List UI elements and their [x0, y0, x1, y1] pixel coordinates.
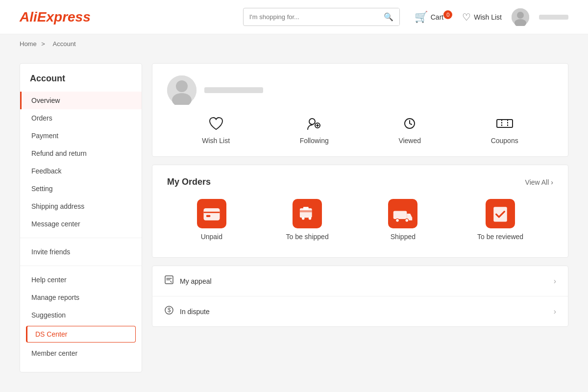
svg-rect-16: [303, 207, 309, 210]
profile-name: [204, 87, 263, 93]
to-be-reviewed-label: To be reviewed: [477, 233, 523, 241]
header-actions: 🛒 Cart 0 ♡ Wish List: [415, 8, 568, 26]
header: AliExpress 🔍 🛒 Cart 0 ♡ Wish List: [0, 0, 588, 34]
svg-rect-19: [393, 211, 407, 220]
stat-coupons[interactable]: Coupons: [491, 117, 518, 145]
stat-viewed[interactable]: Viewed: [398, 117, 421, 145]
stat-following-label: Following: [300, 137, 329, 145]
following-stat-icon: [300, 117, 329, 134]
svg-point-18: [309, 217, 312, 220]
to-be-shipped-label: To be shipped: [286, 233, 328, 241]
heart-stat-icon: [202, 117, 230, 134]
sidebar-item-feedback[interactable]: Feedback: [20, 162, 142, 180]
sidebar-divider-2: [20, 266, 142, 266]
svg-point-4: [176, 80, 188, 92]
svg-point-21: [405, 219, 409, 222]
breadcrumb-current: Account: [53, 40, 76, 48]
stat-viewed-label: Viewed: [398, 137, 421, 145]
svg-rect-13: [206, 215, 210, 217]
content: Wish List Following Viewed: [152, 63, 568, 372]
order-type-shipped[interactable]: Shipped: [388, 199, 417, 241]
profile-top: [167, 75, 553, 105]
search-button[interactable]: 🔍: [378, 8, 399, 25]
cart-badge: 0: [443, 10, 452, 19]
breadcrumb-home[interactable]: Home: [20, 40, 37, 48]
logo: AliExpress: [20, 9, 91, 25]
view-all-label: View All: [525, 178, 549, 186]
svg-point-17: [302, 217, 305, 220]
cart-button[interactable]: 🛒 Cart 0: [415, 11, 452, 24]
sidebar-item-suggestion[interactable]: Suggestion: [20, 306, 142, 324]
sidebar-item-invite[interactable]: Invite friends: [20, 243, 142, 261]
sidebar-item-setting[interactable]: Setting: [20, 180, 142, 197]
order-type-to-be-shipped[interactable]: To be shipped: [286, 199, 328, 241]
sidebar-item-message[interactable]: Message center: [20, 215, 142, 233]
sidebar-item-shipping[interactable]: Shipping address: [20, 197, 142, 215]
dispute-icon: $: [164, 305, 174, 318]
stat-wishlist-label: Wish List: [202, 137, 230, 145]
stat-following[interactable]: Following: [300, 117, 329, 145]
chevron-right-icon: ›: [551, 178, 553, 186]
svg-point-1: [517, 12, 524, 19]
sidebar-divider-1: [20, 238, 142, 238]
appeal-icon: [164, 275, 174, 287]
search-bar: 🔍: [243, 8, 400, 26]
user-name: [539, 15, 568, 20]
sidebar-title: Account: [20, 74, 142, 92]
sidebar-item-reports[interactable]: Manage reports: [20, 289, 142, 306]
svg-rect-9: [497, 120, 513, 127]
wishlist-label: Wish List: [474, 13, 502, 21]
orders-header: My Orders View All ›: [167, 177, 553, 187]
wishlist-button[interactable]: ♡ Wish List: [462, 11, 502, 23]
view-all-button[interactable]: View All ›: [525, 178, 553, 186]
profile-stats: Wish List Following Viewed: [167, 117, 553, 145]
unpaid-label: Unpaid: [197, 233, 226, 241]
profile-card: Wish List Following Viewed: [152, 63, 568, 157]
dispute-arrow-icon: ›: [554, 307, 556, 316]
shipped-icon: [388, 199, 417, 229]
stat-coupons-label: Coupons: [491, 137, 518, 145]
svg-point-6: [309, 119, 315, 124]
to-be-reviewed-icon: [477, 199, 523, 229]
search-input[interactable]: [244, 9, 378, 24]
heart-icon: ♡: [462, 11, 471, 23]
order-type-unpaid[interactable]: Unpaid: [197, 199, 226, 241]
to-be-shipped-icon: [286, 199, 328, 229]
shipped-label: Shipped: [388, 233, 417, 241]
sidebar-item-member[interactable]: Member center: [20, 344, 142, 362]
appeal-label: My appeal: [180, 277, 554, 285]
sidebar-item-orders[interactable]: Orders: [20, 109, 142, 127]
cart-icon: 🛒: [415, 11, 428, 24]
appeal-arrow-icon: ›: [554, 277, 556, 286]
orders-card: My Orders View All ›: [152, 165, 568, 258]
orders-title: My Orders: [167, 177, 211, 187]
my-appeal-item[interactable]: My appeal ›: [152, 266, 568, 296]
sidebar-item-help[interactable]: Help center: [20, 271, 142, 289]
bottom-items: My appeal › $ In dispute ›: [152, 266, 568, 327]
sidebar: Account Overview Orders Payment Refund a…: [20, 63, 142, 372]
in-dispute-item[interactable]: $ In dispute ›: [152, 296, 568, 326]
sidebar-item-payment[interactable]: Payment: [20, 127, 142, 145]
profile-avatar: [167, 75, 196, 105]
sidebar-item-ds-center[interactable]: DS Center: [26, 326, 136, 343]
stat-wishlist[interactable]: Wish List: [202, 117, 230, 145]
user-avatar[interactable]: [512, 8, 529, 26]
svg-point-20: [396, 219, 399, 222]
unpaid-icon: [197, 199, 226, 229]
main-layout: Account Overview Orders Payment Refund a…: [10, 53, 578, 382]
sidebar-item-overview[interactable]: Overview: [20, 92, 142, 109]
svg-rect-12: [203, 208, 220, 220]
cart-label: Cart: [431, 13, 443, 21]
svg-rect-15: [300, 210, 312, 212]
dispute-label: In dispute: [180, 308, 554, 316]
breadcrumb: Home > Account: [0, 34, 588, 53]
svg-text:$: $: [168, 307, 171, 314]
viewed-stat-icon: [398, 117, 421, 134]
order-type-to-be-reviewed[interactable]: To be reviewed: [477, 199, 523, 241]
sidebar-item-refund[interactable]: Refund and return: [20, 145, 142, 162]
svg-rect-14: [300, 208, 312, 218]
order-types: Unpaid: [167, 199, 553, 241]
breadcrumb-separator: >: [41, 40, 45, 48]
coupons-stat-icon: [491, 117, 518, 134]
